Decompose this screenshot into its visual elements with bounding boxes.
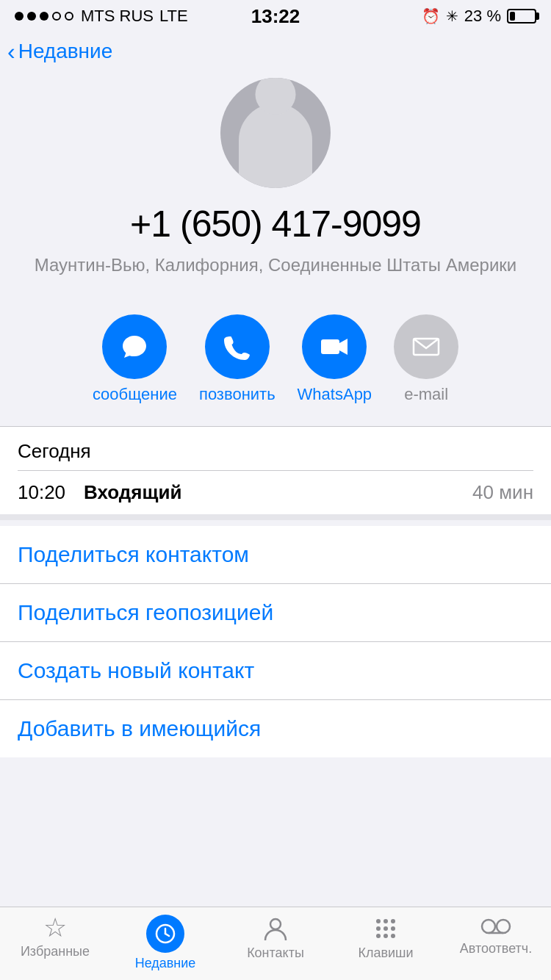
person-icon <box>262 915 289 943</box>
phone-number: +1 (650) 417-9099 <box>130 203 421 245</box>
call-log-section: Сегодня 10:20 Входящий 40 мин <box>0 427 551 514</box>
status-bar: MTS RUS LTE 13:22 ⏰ ✳ 23 % <box>0 0 551 32</box>
video-icon <box>319 331 350 362</box>
email-label: e-mail <box>404 385 448 404</box>
status-left: MTS RUS LTE <box>15 7 188 26</box>
dot4 <box>52 12 61 21</box>
create-contact-label: Создать новый контакт <box>18 658 254 682</box>
actions-row: сообщение позвонить WhatsApp e-mail <box>0 300 551 426</box>
tab-recents[interactable]: Недавние <box>110 915 220 971</box>
tab-recents-label: Недавние <box>135 956 196 971</box>
tab-contacts-label: Контакты <box>247 945 304 961</box>
svg-rect-0 <box>321 339 339 354</box>
share-contact-item[interactable]: Поделиться контактом <box>0 526 551 584</box>
battery-fill <box>510 12 515 21</box>
share-location-item[interactable]: Поделиться геопозицией <box>0 584 551 642</box>
dot5 <box>65 12 73 21</box>
svg-point-14 <box>383 934 388 938</box>
tab-voicemail[interactable]: Автоответч. <box>441 915 551 956</box>
message-label: сообщение <box>93 385 177 404</box>
tab-bar: ☆ Избранные Недавние Контакты <box>0 907 551 980</box>
call-type: Входящий <box>84 481 472 504</box>
svg-point-15 <box>391 934 395 938</box>
whatsapp-button[interactable]: WhatsApp <box>298 314 372 404</box>
star-icon: ☆ <box>43 915 67 941</box>
add-existing-label: Добавить в имеющийся <box>18 716 261 741</box>
avatar-head <box>256 78 296 115</box>
dot3 <box>40 12 48 21</box>
location-text: Маунтин-Вью, Калифорния, Соединенные Шта… <box>35 253 517 278</box>
tab-contacts[interactable]: Контакты <box>220 915 331 961</box>
bluetooth-icon: ✳ <box>446 7 458 25</box>
share-location-label: Поделиться геопозицией <box>18 600 273 624</box>
whatsapp-label: WhatsApp <box>298 385 372 404</box>
share-contact-label: Поделиться контактом <box>18 542 249 566</box>
table-row: 10:20 Входящий 40 мин <box>18 471 533 514</box>
back-label: Недавние <box>18 40 113 63</box>
call-duration: 40 мин <box>472 481 533 504</box>
svg-point-16 <box>482 920 495 933</box>
tab-keypad-label: Клавиши <box>358 945 413 961</box>
message-button[interactable]: сообщение <box>93 314 177 404</box>
list-section: Поделиться контактом Поделиться геопозиц… <box>0 526 551 757</box>
phone-icon <box>222 331 253 362</box>
email-icon-circle <box>394 314 458 379</box>
svg-point-12 <box>391 926 395 931</box>
email-button[interactable]: e-mail <box>394 314 458 404</box>
keypad-icon <box>372 915 400 943</box>
back-button[interactable]: ‹ Недавние <box>0 32 127 71</box>
call-time: 10:20 <box>18 481 84 504</box>
avatar <box>220 78 331 188</box>
mail-icon <box>411 331 442 362</box>
clock-icon <box>155 923 176 944</box>
dot2 <box>27 12 36 21</box>
svg-point-9 <box>391 919 395 923</box>
svg-point-13 <box>376 934 381 938</box>
svg-point-10 <box>376 926 381 931</box>
tab-favorites-label: Избранные <box>21 944 90 959</box>
signal-dots <box>15 12 73 21</box>
svg-line-5 <box>165 934 169 936</box>
svg-point-8 <box>383 919 388 923</box>
battery-percent: 23 % <box>464 7 501 26</box>
create-contact-item[interactable]: Создать новый контакт <box>0 642 551 700</box>
svg-point-11 <box>383 926 388 931</box>
svg-point-17 <box>497 920 510 933</box>
call-icon-circle <box>205 314 270 379</box>
svg-point-6 <box>270 919 281 929</box>
voicemail-icon <box>480 915 511 938</box>
carrier-label: MTS RUS <box>81 7 154 26</box>
tab-keypad[interactable]: Клавиши <box>331 915 441 961</box>
status-time: 13:22 <box>251 5 300 28</box>
dot1 <box>15 12 24 21</box>
svg-point-7 <box>376 919 381 923</box>
network-label: LTE <box>159 7 188 26</box>
svg-marker-1 <box>339 339 347 355</box>
tab-favorites[interactable]: ☆ Избранные <box>0 915 110 959</box>
section-spacer <box>0 514 551 520</box>
tab-voicemail-label: Автоответч. <box>460 941 532 956</box>
chevron-left-icon: ‹ <box>7 40 15 63</box>
call-label: позвонить <box>199 385 276 404</box>
status-right: ⏰ ✳ 23 % <box>422 7 536 26</box>
message-icon <box>119 331 150 362</box>
call-log-header: Сегодня <box>18 427 533 470</box>
message-icon-circle <box>102 314 167 379</box>
call-button[interactable]: позвонить <box>199 314 276 404</box>
whatsapp-icon-circle <box>302 314 367 379</box>
avatar-silhouette <box>239 104 312 188</box>
recents-circle-icon <box>146 915 184 953</box>
add-existing-item[interactable]: Добавить в имеющийся <box>0 700 551 757</box>
profile-section: +1 (650) 417-9099 Маунтин-Вью, Калифорни… <box>0 71 551 300</box>
battery-icon <box>507 9 536 24</box>
alarm-icon: ⏰ <box>422 7 440 25</box>
